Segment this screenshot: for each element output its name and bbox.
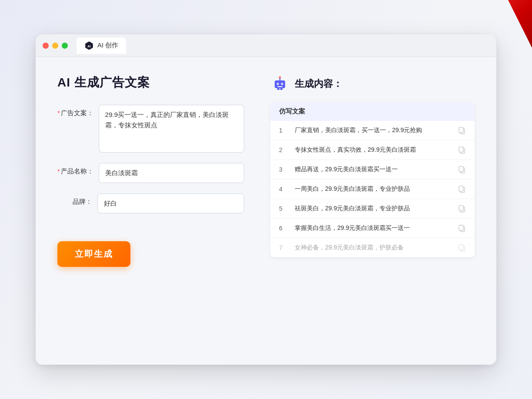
main-content: AI 生成广告文案 *广告文案： 29.9买一送一，真正的厂家直销，美白淡斑霜，… [36, 57, 496, 365]
left-panel: AI 生成广告文案 *广告文案： 29.9买一送一，真正的厂家直销，美白淡斑霜，… [57, 74, 244, 347]
row-num-6: 6 [279, 225, 288, 232]
close-button[interactable] [43, 43, 49, 49]
svg-point-7 [277, 83, 278, 84]
row-num-2: 2 [279, 146, 288, 153]
row-text-6: 掌握美白生活，29.9元美白淡斑霜买一送一 [295, 224, 451, 232]
maximize-button[interactable] [62, 43, 68, 49]
svg-rect-17 [459, 166, 463, 172]
form-row-brand: 品牌： [57, 193, 244, 213]
result-title: 生成内容： [295, 77, 342, 90]
svg-rect-25 [459, 245, 463, 250]
generate-button[interactable]: 立即生成 [57, 241, 130, 267]
result-row-3: 3 赠品再送，29.9元美白淡斑霜买一送一 [270, 160, 475, 180]
textarea-ad-copy[interactable]: 29.9买一送一，真正的厂家直销，美白淡斑霜，专抹女性斑点 [99, 105, 244, 153]
form-row-product-name: *产品名称： [57, 163, 244, 183]
copy-icon-1[interactable] [458, 126, 466, 134]
copy-icon-2[interactable] [458, 146, 466, 154]
svg-rect-10 [277, 88, 279, 90]
svg-rect-13 [459, 127, 463, 133]
row-num-3: 3 [279, 166, 288, 173]
copy-icon-3[interactable] [458, 166, 466, 173]
row-text-4: 一周美白，29.9元美白淡斑霜，专业护肤品 [295, 185, 451, 193]
label-ad-copy: *广告文案： [57, 105, 93, 117]
browser-window: AI AI 创作 AI 生成广告文案 *广告文案： 29.9买一送一，真正的厂家… [36, 34, 496, 365]
row-text-3: 赠品再送，29.9元美白淡斑霜买一送一 [295, 166, 451, 173]
page-title: AI 生成广告文案 [57, 74, 244, 91]
svg-text:AI: AI [87, 44, 90, 48]
row-num-4: 4 [279, 186, 288, 193]
tab-label: AI 创作 [97, 41, 118, 50]
row-num-1: 1 [279, 127, 288, 134]
row-num-5: 5 [279, 205, 288, 212]
ai-tab-icon: AI [84, 41, 94, 50]
result-row-6: 6 掌握美白生活，29.9元美白淡斑霜买一送一 [270, 219, 475, 238]
row-text-7: 女神必备，29.9元美白淡斑霜，护肤必备 [295, 244, 451, 252]
input-product-name[interactable] [99, 163, 244, 183]
ai-tab[interactable]: AI AI 创作 [76, 37, 126, 54]
svg-point-8 [282, 83, 283, 84]
minimize-button[interactable] [52, 43, 58, 49]
svg-rect-21 [459, 206, 463, 211]
result-row-4: 4 一周美白，29.9元美白淡斑霜，专业护肤品 [270, 180, 475, 199]
result-table: 仿写文案 1 厂家直销，美白淡斑霜，买一送一，29.9元抢购 2 专抹女性斑点，… [270, 102, 475, 257]
result-row-2: 2 专抹女性斑点，真实功效，29.9元美白淡斑霜 [270, 140, 475, 160]
row-num-7: 7 [279, 244, 288, 251]
result-row-7: 7 女神必备，29.9元美白淡斑霜，护肤必备 [270, 238, 475, 257]
traffic-lights [43, 43, 68, 49]
row-text-5: 祛斑美白，29.9元美白淡斑霜，专业护肤品 [295, 205, 451, 213]
copy-icon-7[interactable] [458, 244, 466, 252]
robot-icon [270, 74, 289, 93]
result-row-1: 1 厂家直销，美白淡斑霜，买一送一，29.9元抢购 [270, 121, 475, 140]
titlebar: AI AI 创作 [36, 34, 496, 57]
label-product-name: *产品名称： [57, 163, 93, 176]
svg-rect-19 [459, 186, 463, 191]
right-panel: 生成内容： 仿写文案 1 厂家直销，美白淡斑霜，买一送一，29.9元抢购 2 [270, 74, 475, 347]
form-row-ad-copy: *广告文案： 29.9买一送一，真正的厂家直销，美白淡斑霜，专抹女性斑点 [57, 105, 244, 153]
table-header: 仿写文案 [270, 102, 475, 121]
copy-icon-6[interactable] [458, 224, 466, 232]
required-mark-ad-copy: * [57, 109, 60, 116]
input-brand[interactable] [97, 193, 244, 213]
result-row-5: 5 祛斑美白，29.9元美白淡斑霜，专业护肤品 [270, 199, 475, 219]
copy-icon-4[interactable] [458, 185, 466, 193]
svg-rect-15 [459, 147, 463, 152]
copy-icon-5[interactable] [458, 205, 466, 213]
label-brand: 品牌： [57, 193, 92, 206]
svg-rect-23 [459, 225, 463, 230]
row-text-2: 专抹女性斑点，真实功效，29.9元美白淡斑霜 [295, 146, 451, 154]
required-mark-product: * [57, 167, 60, 175]
svg-rect-9 [277, 86, 283, 87]
svg-rect-11 [280, 88, 283, 90]
svg-point-4 [279, 76, 281, 79]
row-text-1: 厂家直销，美白淡斑霜，买一送一，29.9元抢购 [295, 126, 451, 134]
result-header: 生成内容： [270, 74, 475, 93]
